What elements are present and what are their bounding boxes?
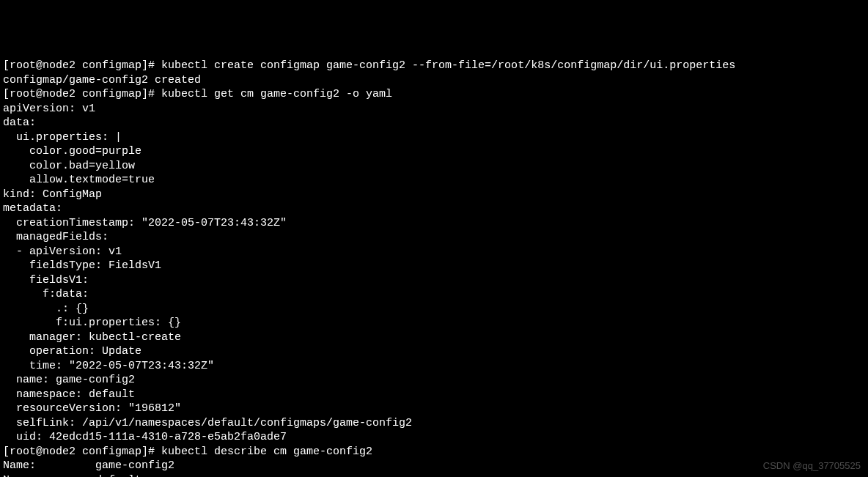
- command-text: kubectl create configmap game-config2 --…: [161, 59, 735, 72]
- watermark-text: CSDN @qq_37705525: [763, 460, 861, 473]
- yaml-output-line: apiVersion: v1: [3, 103, 95, 115]
- yaml-output-line: name: game-config2: [3, 374, 135, 386]
- yaml-output-line: manager: kubectl-create: [3, 331, 181, 344]
- yaml-output-line: fieldsV1:: [3, 274, 89, 286]
- yaml-output-line: managedFields:: [3, 231, 108, 243]
- yaml-output-line: selfLink: /api/v1/namespaces/default/con…: [3, 417, 412, 429]
- yaml-output-line: fieldsType: FieldsV1: [3, 259, 161, 272]
- yaml-output-line: f:ui.properties: {}: [3, 317, 181, 329]
- shell-prompt: [root@node2 configmap]#: [3, 445, 161, 458]
- yaml-output-line: color.good=purple: [3, 145, 141, 158]
- yaml-output-line: f:data:: [3, 288, 89, 300]
- yaml-output-line: kind: ConfigMap: [3, 188, 102, 201]
- yaml-output-line: creationTimestamp: "2022-05-07T23:43:32Z…: [3, 217, 287, 229]
- describe-output-line: Namespace: default: [3, 474, 141, 478]
- yaml-output-line: uid: 42edcd15-111a-4310-a728-e5ab2fa0ade…: [3, 431, 287, 443]
- yaml-output-line: ui.properties: |: [3, 131, 122, 144]
- yaml-output-line: namespace: default: [3, 388, 135, 401]
- yaml-output-line: operation: Update: [3, 345, 141, 358]
- describe-output-line: Name: game-config2: [3, 459, 174, 472]
- yaml-output-line: - apiVersion: v1: [3, 245, 122, 258]
- yaml-output-line: color.bad=yellow: [3, 160, 135, 172]
- command-text: kubectl describe cm game-config2: [161, 445, 372, 458]
- yaml-output-line: time: "2022-05-07T23:43:32Z": [3, 360, 214, 372]
- shell-prompt: [root@node2 configmap]#: [3, 88, 161, 100]
- shell-prompt: [root@node2 configmap]#: [3, 59, 161, 72]
- yaml-output-line: resourceVersion: "196812": [3, 402, 181, 415]
- output-line: configmap/game-config2 created: [3, 74, 201, 86]
- yaml-output-line: allow.textmode=true: [3, 174, 155, 186]
- yaml-output-line: data:: [3, 117, 36, 129]
- yaml-output-line: .: {}: [3, 303, 89, 315]
- yaml-output-line: metadata:: [3, 202, 62, 215]
- command-text: kubectl get cm game-config2 -o yaml: [161, 88, 392, 100]
- terminal-output[interactable]: [root@node2 configmap]# kubectl create c…: [3, 59, 865, 477]
